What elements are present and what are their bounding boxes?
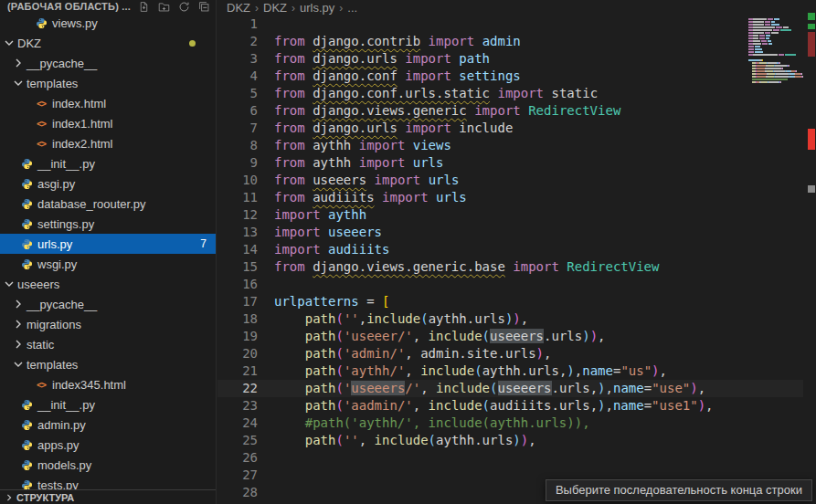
code-area[interactable]: 12from django.contrib import admin3from … — [217, 16, 803, 504]
minimap[interactable] — [748, 16, 807, 92]
tree-item-asgi-py[interactable]: asgi.py — [0, 173, 216, 194]
tree-item-templates[interactable]: templates — [0, 354, 216, 374]
line-content: from django.urls import include — [258, 120, 513, 137]
line-number: 28 — [217, 484, 258, 501]
tree-item-label: index2.html — [52, 137, 112, 151]
code-line-7[interactable]: 7from django.urls import include — [217, 120, 803, 137]
html-icon: <> — [34, 119, 48, 129]
breadcrumb-item-dkz[interactable]: DKZ — [263, 1, 287, 15]
tree-item-pycache[interactable]: __pycache__ — [0, 53, 216, 73]
line-content: from aythh import urls — [258, 154, 443, 172]
tree-item-pycache[interactable]: __pycache__ — [0, 294, 216, 314]
code-line-19[interactable]: 19 path('useeer/', include(useeers.urls)… — [217, 328, 803, 345]
tree-item-static[interactable]: static — [0, 334, 216, 354]
line-number: 9 — [217, 154, 258, 172]
code-line-21[interactable]: 21 path('aythh/', include(aythh.urls,),n… — [217, 362, 803, 380]
line-number: 27 — [217, 467, 258, 484]
line-content: from django.conf import settings — [258, 68, 521, 85]
line-content — [258, 449, 274, 467]
tree-item-label: models.py — [37, 458, 91, 472]
refresh-button[interactable] — [178, 1, 190, 13]
tree-item-useeers[interactable]: useeers — [0, 274, 216, 294]
tree-item-urls-py[interactable]: urls.py7 — [0, 234, 216, 254]
overview-ruler — [807, 0, 816, 504]
tree-item-settings-py[interactable]: settings.py — [0, 214, 216, 234]
line-content: #path('aythh/', include(aythh.urls)), — [258, 415, 590, 432]
breadcrumb-separator: › — [291, 2, 295, 15]
tree-item-index-html[interactable]: <>index.html — [0, 93, 216, 113]
tree-item-models-py[interactable]: models.py — [0, 455, 216, 475]
breadcrumb-item-dkz[interactable]: DKZ — [227, 1, 250, 15]
new-folder-button[interactable] — [158, 1, 170, 13]
tree-item-init-py[interactable]: __init__.py — [0, 153, 216, 173]
code-line-22[interactable]: 22 path('useeers/', include(useeers.urls… — [217, 380, 803, 397]
tree-item-migrations[interactable]: migrations — [0, 314, 216, 334]
tree-item-label: tests.py — [37, 478, 79, 490]
tree-item-index1-html[interactable]: <>index1.html — [0, 113, 216, 133]
tree-item-dkz[interactable]: DKZ — [0, 33, 216, 53]
python-icon — [19, 479, 34, 490]
line-number: 18 — [217, 310, 258, 328]
refresh-icon — [178, 1, 190, 13]
tree-item-index2-html[interactable]: <>index2.html — [0, 133, 216, 153]
code-line-15[interactable]: 15from django.views.generic.base import … — [217, 258, 803, 276]
line-number: 21 — [217, 362, 258, 380]
code-line-14[interactable]: 14import audiiits — [217, 241, 803, 258]
line-number: 6 — [217, 102, 258, 120]
html-icon: <> — [34, 99, 48, 109]
code-line-26[interactable]: 26 — [217, 449, 803, 467]
line-number: 24 — [217, 415, 258, 432]
tree-item-init-py[interactable]: __init__.py — [0, 394, 216, 415]
line-content: from django.conf.urls.static import stat… — [258, 85, 598, 102]
code-line-13[interactable]: 13import useeers — [217, 224, 803, 241]
code-line-12[interactable]: 12import aythh — [217, 206, 803, 224]
code-line-25[interactable]: 25 path('', include(aythh.urls)), — [217, 432, 803, 449]
code-line-17[interactable]: 17urlpatterns = [ — [217, 293, 803, 310]
line-number: 12 — [217, 206, 258, 224]
line-number: 17 — [217, 293, 258, 310]
outline-section-header[interactable]: СТРУКТУРА — [0, 489, 216, 504]
code-line-23[interactable]: 23 path('aadmin/', include(audiiits.urls… — [217, 397, 803, 415]
code-line-3[interactable]: 3from django.urls import path — [217, 50, 803, 68]
line-number: 4 — [217, 68, 258, 85]
code-line-8[interactable]: 8from aythh import views — [217, 137, 803, 154]
code-line-5[interactable]: 5from django.conf.urls.static import sta… — [217, 85, 803, 102]
line-content: from django.views.generic import Redirec… — [258, 102, 620, 120]
code-line-6[interactable]: 6from django.views.generic import Redire… — [217, 102, 803, 120]
code-line-2[interactable]: 2from django.contrib import admin — [217, 33, 803, 50]
tree-item-wsgi-py[interactable]: wsgi.py — [0, 254, 216, 274]
new-file-button[interactable] — [138, 1, 150, 13]
modified-dot-icon — [189, 40, 196, 47]
tree-item-label: admin.py — [37, 418, 86, 432]
code-line-16[interactable]: 16 — [217, 276, 803, 293]
chevron-right-icon — [12, 320, 25, 329]
code-line-11[interactable]: 11from audiiits import urls — [217, 189, 803, 206]
tree-item-label: __pycache__ — [26, 298, 97, 311]
code-line-10[interactable]: 10from useeers import urls — [217, 172, 803, 189]
tree-item-index345-html[interactable]: <>index345.html — [0, 374, 216, 394]
explorer-actions — [138, 1, 210, 13]
python-icon — [19, 258, 34, 270]
line-content: import aythh — [258, 206, 366, 224]
code-line-9[interactable]: 9from aythh import urls — [217, 154, 803, 172]
code-line-4[interactable]: 4from django.conf import settings — [217, 68, 803, 85]
code-line-24[interactable]: 24 #path('aythh/', include(aythh.urls)), — [217, 415, 803, 432]
tree-item-label: asgi.py — [37, 177, 75, 191]
python-icon — [34, 17, 48, 29]
code-line-20[interactable]: 20 path('admin/', admin.site.urls), — [217, 345, 803, 362]
breadcrumb-item-[interactable]: ... — [347, 1, 357, 15]
line-number: 19 — [217, 328, 258, 345]
line-number: 1 — [217, 16, 258, 33]
tree-item-templates[interactable]: templates — [0, 73, 216, 93]
tree-item-apps-py[interactable]: apps.py — [0, 435, 216, 455]
tree-item-tests-py[interactable]: tests.py — [0, 475, 216, 489]
collapse-all-button[interactable] — [198, 1, 210, 13]
tree-item-label: DKZ — [17, 37, 41, 50]
tree-item-admin-py[interactable]: admin.py — [0, 415, 216, 435]
breadcrumb-item-urls-py[interactable]: urls.py — [300, 1, 334, 15]
tree-item-views-py[interactable]: views.py — [0, 13, 216, 33]
tree-item-label: index.html — [52, 97, 106, 110]
code-line-18[interactable]: 18 path('',include(aythh.urls)), — [217, 310, 803, 328]
tree-item-database-roouter-py[interactable]: database_roouter.py — [0, 194, 216, 214]
code-line-1[interactable]: 1 — [217, 16, 803, 33]
